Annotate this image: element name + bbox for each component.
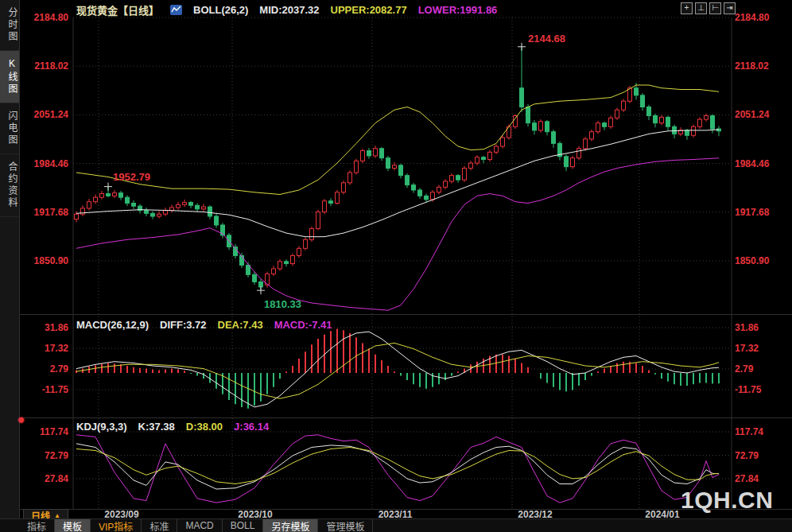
svg-text:2184.80: 2184.80 — [735, 12, 770, 23]
kdj-value: D:38.00 — [186, 421, 223, 433]
svg-text:2118.02: 2118.02 — [735, 60, 769, 72]
svg-text:2051.24: 2051.24 — [34, 109, 69, 120]
svg-text:1917.68: 1917.68 — [34, 207, 69, 218]
svg-text:1984.46: 1984.46 — [34, 158, 69, 169]
kdj-layer — [76, 435, 719, 503]
toolbar-tab-template[interactable]: 模板 — [55, 519, 91, 532]
macd-header: MACD(26,12,9)DIFF:3.72DEA:7.43MACD:-7.41 — [76, 319, 332, 331]
axis-scale-right-icon[interactable]: ⊢ — [709, 2, 721, 14]
svg-text:72.79: 72.79 — [735, 450, 759, 461]
svg-text:31.86: 31.86 — [735, 322, 759, 333]
toolbar-tab-macd[interactable]: MACD — [177, 519, 222, 532]
macd-value: DIFF:3.72 — [160, 319, 207, 331]
app-window: 2184.802184.802118.022118.022051.242051.… — [0, 0, 792, 532]
chart-toolbar-icons: +⊥⊢⇥ — [681, 2, 736, 14]
indicator-value: UPPER:2082.77 — [331, 4, 407, 16]
kdj-value: K:37.38 — [138, 421, 175, 433]
toolbar-tab-standard[interactable]: 标准 — [142, 519, 177, 532]
svg-text:-11.75: -11.75 — [42, 384, 69, 395]
macd-value: MACD:-7.41 — [274, 319, 332, 331]
svg-text:117.74: 117.74 — [40, 426, 68, 437]
toolbar-tab-boll[interactable]: BOLL — [223, 519, 264, 532]
sidebar-tab-time-share-chart[interactable]: 分时图 — [0, 0, 19, 51]
boll-lines — [76, 85, 719, 310]
svg-text:2144.68: 2144.68 — [528, 33, 565, 45]
toolbar-tab-vip-indicator[interactable]: VIP指标 — [91, 519, 142, 532]
sidebar-tab-kline-chart[interactable]: K线图 — [0, 51, 19, 103]
instrument-title: 现货黄金【日线】 — [76, 2, 159, 17]
kdj-header: KDJ(9,3,3)K:37.38D:38.00J:36.14 — [76, 421, 269, 433]
svg-text:2051.24: 2051.24 — [735, 109, 770, 120]
svg-text:17.32: 17.32 — [45, 343, 68, 354]
chart-canvas[interactable]: 2184.802184.802118.022118.022051.242051.… — [0, 0, 792, 532]
svg-text:17.32: 17.32 — [735, 343, 759, 354]
price-annotations: 1952.792144.681810.33 — [104, 33, 565, 310]
bottom-toolbar: 指标模板VIP指标标准MACDBOLL另存模板管理模板 — [0, 518, 792, 532]
pan-right-icon[interactable]: ⇥ — [724, 2, 736, 14]
svg-text:27.84: 27.84 — [45, 473, 68, 484]
svg-text:1984.46: 1984.46 — [735, 158, 770, 169]
sidebar-tab-contract-info[interactable]: 合约资料 — [0, 154, 19, 217]
svg-text:1917.68: 1917.68 — [735, 207, 770, 218]
kdj-value: KDJ(9,3,3) — [76, 421, 127, 433]
indicator-value: BOLL(26,2) — [193, 4, 248, 16]
svg-text:1952.79: 1952.79 — [113, 171, 150, 183]
crosshair-icon[interactable]: + — [681, 2, 693, 14]
grid-lines — [73, 17, 732, 509]
chart-type-icon — [170, 5, 182, 15]
main-chart-header: 现货黄金【日线】 BOLL(26,2)MID:2037.32UPPER:2082… — [76, 2, 497, 17]
svg-text:2184.80: 2184.80 — [34, 12, 69, 23]
axis-labels: 2184.802184.802118.022118.022051.242051.… — [34, 12, 770, 484]
panel-borders — [20, 17, 792, 510]
svg-text:1850.90: 1850.90 — [735, 255, 770, 266]
svg-text:31.86: 31.86 — [45, 322, 68, 333]
svg-text:72.79: 72.79 — [45, 450, 68, 461]
svg-text:117.74: 117.74 — [735, 426, 763, 437]
sidebar-tab-flash-chart[interactable]: 闪电图 — [0, 103, 19, 154]
sidebar: 分时图K线图闪电图合约资料 — [0, 0, 20, 518]
indicator-alert-icon: ✹ — [17, 414, 25, 426]
toolbar-tab-save-template[interactable]: 另存模板 — [263, 519, 318, 532]
svg-text:-11.75: -11.75 — [735, 384, 762, 395]
indicator-value: LOWER:1991.86 — [418, 4, 498, 16]
axis-scale-up-icon[interactable]: ⊥ — [695, 2, 707, 14]
toolbar-tab-indicator[interactable]: 指标 — [19, 519, 55, 532]
svg-text:2.79: 2.79 — [50, 363, 69, 375]
macd-value: DEA:7.43 — [218, 319, 263, 331]
kdj-value: J:36.14 — [234, 421, 269, 433]
indicator-value: MID:2037.32 — [259, 4, 319, 16]
toolbar-tab-manage-template[interactable]: 管理模板 — [318, 519, 373, 532]
macd-value: MACD(26,12,9) — [76, 319, 149, 331]
svg-text:2.79: 2.79 — [735, 363, 754, 375]
svg-text:27.84: 27.84 — [735, 473, 759, 484]
watermark: 1QH.CN — [681, 487, 773, 514]
svg-text:1810.33: 1810.33 — [264, 298, 301, 310]
svg-text:2118.02: 2118.02 — [34, 60, 68, 72]
svg-text:1850.90: 1850.90 — [34, 255, 69, 266]
candles-layer — [75, 47, 721, 290]
